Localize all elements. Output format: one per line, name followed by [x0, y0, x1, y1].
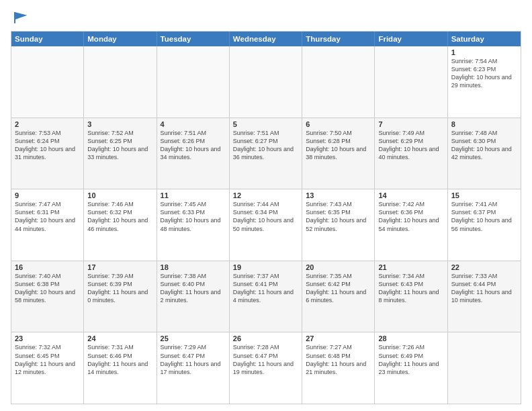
day-cell-8: 8Sunrise: 7:48 AM Sunset: 6:30 PM Daylig… [448, 118, 521, 189]
day-number: 15 [451, 191, 517, 199]
day-number: 9 [15, 191, 80, 199]
day-info: Sunrise: 7:46 AM Sunset: 6:32 PM Dayligh… [87, 200, 152, 233]
day-cell-6: 6Sunrise: 7:50 AM Sunset: 6:28 PM Daylig… [302, 118, 375, 189]
day-cell-5: 5Sunrise: 7:51 AM Sunset: 6:27 PM Daylig… [230, 118, 302, 189]
day-cell-2: 2Sunrise: 7:53 AM Sunset: 6:24 PM Daylig… [11, 118, 84, 189]
day-info: Sunrise: 7:52 AM Sunset: 6:25 PM Dayligh… [87, 129, 152, 162]
calendar-row-3: 9Sunrise: 7:47 AM Sunset: 6:31 PM Daylig… [11, 189, 521, 261]
calendar-row-2: 2Sunrise: 7:53 AM Sunset: 6:24 PM Daylig… [11, 118, 521, 189]
day-cell-15: 15Sunrise: 7:41 AM Sunset: 6:37 PM Dayli… [448, 189, 521, 261]
day-cell-19: 19Sunrise: 7:37 AM Sunset: 6:41 PM Dayli… [230, 261, 302, 332]
day-cell-7: 7Sunrise: 7:49 AM Sunset: 6:29 PM Daylig… [375, 118, 447, 189]
day-number: 8 [451, 120, 517, 128]
calendar-header: SundayMondayTuesdayWednesdayThursdayFrid… [11, 32, 521, 46]
day-number: 16 [15, 263, 80, 271]
day-info: Sunrise: 7:26 AM Sunset: 6:49 PM Dayligh… [378, 343, 443, 376]
day-cell-4: 4Sunrise: 7:51 AM Sunset: 6:26 PM Daylig… [157, 118, 230, 189]
day-cell-20: 20Sunrise: 7:35 AM Sunset: 6:42 PM Dayli… [302, 261, 375, 332]
day-info: Sunrise: 7:43 AM Sunset: 6:35 PM Dayligh… [306, 200, 371, 233]
day-info: Sunrise: 7:47 AM Sunset: 6:31 PM Dayligh… [15, 200, 80, 233]
day-number: 5 [233, 120, 298, 128]
day-info: Sunrise: 7:40 AM Sunset: 6:38 PM Dayligh… [15, 272, 80, 305]
calendar: SundayMondayTuesdayWednesdayThursdayFrid… [11, 31, 521, 404]
day-info: Sunrise: 7:44 AM Sunset: 6:34 PM Dayligh… [233, 200, 298, 233]
empty-cell-r0c0 [11, 46, 84, 118]
calendar-row-4: 16Sunrise: 7:40 AM Sunset: 6:38 PM Dayli… [11, 261, 521, 332]
empty-cell-r0c1 [84, 46, 157, 118]
header-cell-wednesday: Wednesday [230, 32, 302, 46]
empty-cell-r0c4 [302, 46, 375, 118]
day-cell-24: 24Sunrise: 7:31 AM Sunset: 6:46 PM Dayli… [84, 332, 157, 404]
day-info: Sunrise: 7:29 AM Sunset: 6:47 PM Dayligh… [161, 343, 226, 376]
day-cell-16: 16Sunrise: 7:40 AM Sunset: 6:38 PM Dayli… [11, 261, 84, 332]
svg-marker-0 [15, 12, 27, 19]
day-info: Sunrise: 7:45 AM Sunset: 6:33 PM Dayligh… [161, 200, 226, 233]
empty-cell-r0c3 [230, 46, 302, 118]
empty-cell-r0c2 [157, 46, 230, 118]
day-cell-17: 17Sunrise: 7:39 AM Sunset: 6:39 PM Dayli… [84, 261, 157, 332]
day-number: 11 [161, 191, 226, 199]
day-cell-26: 26Sunrise: 7:28 AM Sunset: 6:47 PM Dayli… [230, 332, 302, 404]
day-cell-13: 13Sunrise: 7:43 AM Sunset: 6:35 PM Dayli… [302, 189, 375, 261]
day-number: 7 [378, 120, 443, 128]
header-cell-sunday: Sunday [11, 32, 84, 46]
day-number: 2 [15, 120, 80, 128]
day-info: Sunrise: 7:33 AM Sunset: 6:44 PM Dayligh… [451, 272, 517, 305]
day-info: Sunrise: 7:34 AM Sunset: 6:43 PM Dayligh… [378, 272, 443, 305]
day-info: Sunrise: 7:35 AM Sunset: 6:42 PM Dayligh… [306, 272, 371, 305]
day-cell-9: 9Sunrise: 7:47 AM Sunset: 6:31 PM Daylig… [11, 189, 84, 261]
header-cell-monday: Monday [84, 32, 157, 46]
day-info: Sunrise: 7:42 AM Sunset: 6:36 PM Dayligh… [378, 200, 443, 233]
page: SundayMondayTuesdayWednesdayThursdayFrid… [0, 0, 532, 411]
day-cell-14: 14Sunrise: 7:42 AM Sunset: 6:36 PM Dayli… [375, 189, 447, 261]
empty-cell-r0c5 [375, 46, 447, 118]
day-info: Sunrise: 7:32 AM Sunset: 6:45 PM Dayligh… [15, 343, 80, 376]
day-info: Sunrise: 7:49 AM Sunset: 6:29 PM Dayligh… [378, 129, 443, 162]
day-number: 10 [87, 191, 152, 199]
day-info: Sunrise: 7:48 AM Sunset: 6:30 PM Dayligh… [451, 129, 517, 162]
header-cell-saturday: Saturday [448, 32, 521, 46]
day-number: 24 [87, 334, 152, 342]
calendar-row-5: 23Sunrise: 7:32 AM Sunset: 6:45 PM Dayli… [11, 332, 521, 404]
day-info: Sunrise: 7:37 AM Sunset: 6:41 PM Dayligh… [233, 272, 298, 305]
day-cell-23: 23Sunrise: 7:32 AM Sunset: 6:45 PM Dayli… [11, 332, 84, 404]
day-info: Sunrise: 7:41 AM Sunset: 6:37 PM Dayligh… [451, 200, 517, 233]
day-cell-25: 25Sunrise: 7:29 AM Sunset: 6:47 PM Dayli… [157, 332, 230, 404]
day-number: 25 [161, 334, 226, 342]
empty-cell-r4c6 [448, 332, 521, 404]
day-number: 1 [451, 48, 517, 56]
day-info: Sunrise: 7:51 AM Sunset: 6:26 PM Dayligh… [161, 129, 226, 162]
day-cell-27: 27Sunrise: 7:27 AM Sunset: 6:48 PM Dayli… [302, 332, 375, 404]
day-number: 23 [15, 334, 80, 342]
day-cell-12: 12Sunrise: 7:44 AM Sunset: 6:34 PM Dayli… [230, 189, 302, 261]
day-number: 18 [161, 263, 226, 271]
day-number: 20 [306, 263, 371, 271]
day-number: 17 [87, 263, 152, 271]
day-cell-28: 28Sunrise: 7:26 AM Sunset: 6:49 PM Dayli… [375, 332, 447, 404]
day-number: 14 [378, 191, 443, 199]
day-info: Sunrise: 7:50 AM Sunset: 6:28 PM Dayligh… [306, 129, 371, 162]
day-number: 27 [306, 334, 371, 342]
day-cell-18: 18Sunrise: 7:38 AM Sunset: 6:40 PM Dayli… [157, 261, 230, 332]
day-number: 26 [233, 334, 298, 342]
day-number: 4 [161, 120, 226, 128]
day-cell-21: 21Sunrise: 7:34 AM Sunset: 6:43 PM Dayli… [375, 261, 447, 332]
day-info: Sunrise: 7:51 AM Sunset: 6:27 PM Dayligh… [233, 129, 298, 162]
day-number: 19 [233, 263, 298, 271]
day-number: 13 [306, 191, 371, 199]
day-cell-11: 11Sunrise: 7:45 AM Sunset: 6:33 PM Dayli… [157, 189, 230, 261]
day-number: 28 [378, 334, 443, 342]
day-info: Sunrise: 7:54 AM Sunset: 6:23 PM Dayligh… [451, 57, 517, 90]
logo [11, 11, 28, 24]
calendar-row-1: 1Sunrise: 7:54 AM Sunset: 6:23 PM Daylig… [11, 46, 521, 118]
header-cell-tuesday: Tuesday [157, 32, 230, 46]
day-cell-22: 22Sunrise: 7:33 AM Sunset: 6:44 PM Dayli… [448, 261, 521, 332]
day-info: Sunrise: 7:31 AM Sunset: 6:46 PM Dayligh… [87, 343, 152, 376]
day-info: Sunrise: 7:53 AM Sunset: 6:24 PM Dayligh… [15, 129, 80, 162]
day-info: Sunrise: 7:39 AM Sunset: 6:39 PM Dayligh… [87, 272, 152, 305]
day-info: Sunrise: 7:38 AM Sunset: 6:40 PM Dayligh… [161, 272, 226, 305]
header-cell-thursday: Thursday [302, 32, 375, 46]
day-info: Sunrise: 7:27 AM Sunset: 6:48 PM Dayligh… [306, 343, 371, 376]
calendar-body: 1Sunrise: 7:54 AM Sunset: 6:23 PM Daylig… [11, 46, 521, 404]
day-cell-10: 10Sunrise: 7:46 AM Sunset: 6:32 PM Dayli… [84, 189, 157, 261]
